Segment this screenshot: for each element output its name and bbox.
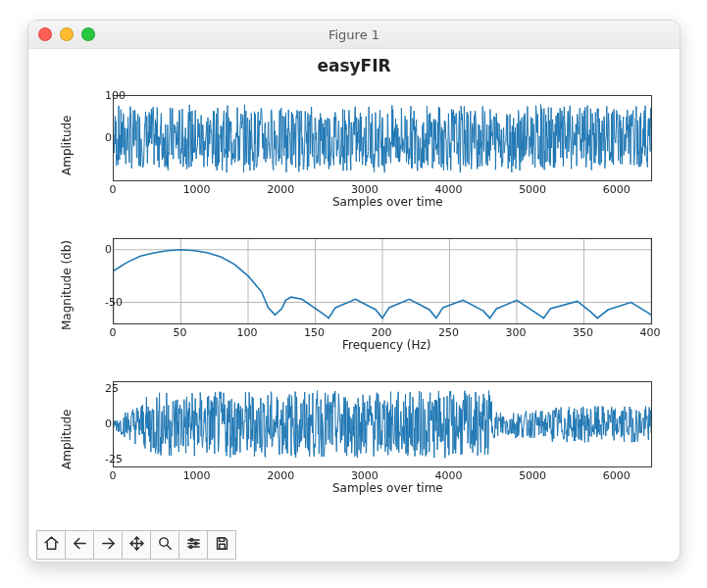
xtick: 150 xyxy=(304,326,325,339)
xtick: 350 xyxy=(573,326,593,339)
move-icon xyxy=(128,535,145,556)
xtick: 5000 xyxy=(519,469,546,482)
window-title: Figure 1 xyxy=(28,27,680,42)
xtick: 50 xyxy=(174,326,187,339)
xtick: 0 xyxy=(110,326,117,339)
xtick: 6000 xyxy=(603,183,631,196)
zoom-icon xyxy=(157,535,174,556)
axes-output-signal[interactable] xyxy=(113,381,652,467)
figure-canvas: easyFIR Amplitude 0100020003000400050006… xyxy=(28,48,680,530)
configure-button[interactable] xyxy=(179,530,208,560)
axes1-ylabel: Amplitude xyxy=(60,116,74,176)
xtick: 0 xyxy=(110,469,117,482)
save-icon xyxy=(214,535,230,556)
svg-line-16 xyxy=(167,545,171,549)
axes-input-signal[interactable] xyxy=(113,95,652,181)
axes2-xlabel: Frequency (Hz) xyxy=(342,338,431,352)
pan-button[interactable] xyxy=(123,530,151,560)
sliders-icon xyxy=(185,535,202,556)
home-button[interactable] xyxy=(36,530,66,560)
arrow-right-icon xyxy=(100,535,117,556)
xtick: 2000 xyxy=(267,183,294,196)
xtick: 300 xyxy=(506,326,527,339)
axes3-ylabel: Amplitude xyxy=(60,410,74,470)
svg-rect-24 xyxy=(219,544,225,549)
axes1-xlabel: Samples over time xyxy=(332,195,443,209)
xtick: 100 xyxy=(237,326,258,339)
axes-frequency-response[interactable] xyxy=(113,238,652,324)
xtick: 250 xyxy=(438,326,459,339)
titlebar[interactable]: Figure 1 xyxy=(28,21,680,49)
back-button[interactable] xyxy=(66,530,94,560)
svg-rect-23 xyxy=(219,537,224,541)
zoom-button[interactable] xyxy=(151,530,179,560)
xtick: 2000 xyxy=(267,469,294,482)
xtick: 400 xyxy=(640,326,661,339)
figure-window: Figure 1 easyFIR Amplitude 0100020003000… xyxy=(27,20,681,563)
forward-button[interactable] xyxy=(94,530,123,560)
save-button[interactable] xyxy=(208,530,236,560)
home-icon xyxy=(43,535,60,556)
xtick: 1000 xyxy=(183,469,211,482)
xtick: 6000 xyxy=(603,469,631,482)
axes3-xlabel: Samples over time xyxy=(332,481,443,495)
figure-suptitle: easyFIR xyxy=(28,56,680,75)
arrow-left-icon xyxy=(72,535,88,556)
xtick: 5000 xyxy=(519,183,546,196)
axes2-ylabel: Magnitude (db) xyxy=(60,240,74,330)
xtick: 1000 xyxy=(183,183,211,196)
xtick: 0 xyxy=(110,183,117,196)
matplotlib-toolbar xyxy=(36,530,236,558)
